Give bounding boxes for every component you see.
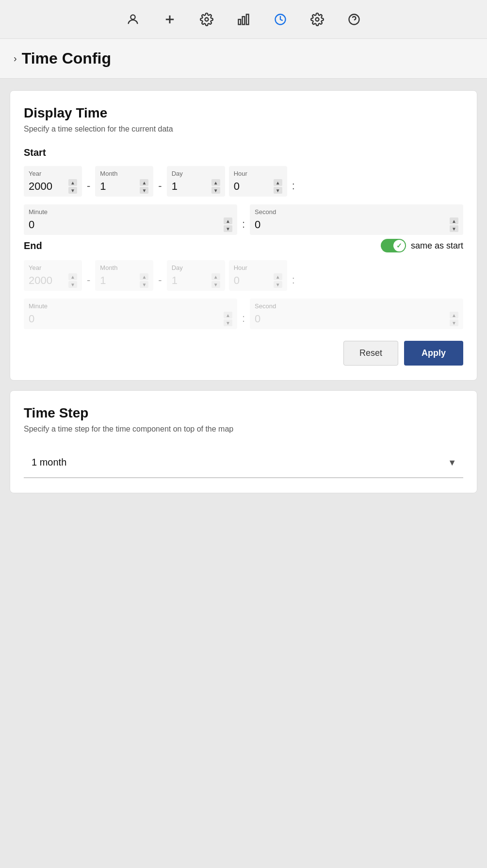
end-hour-up[interactable]: ▲ (274, 273, 282, 280)
end-year-value: 2000 (29, 274, 52, 287)
end-hour-value: 0 (234, 274, 240, 287)
end-header: End ✓ same as start (24, 239, 463, 252)
start-hour-value: 0 (234, 180, 240, 193)
apply-button[interactable]: Apply (404, 341, 463, 366)
start-day-input[interactable]: Day 1 ▲ ▼ (167, 166, 225, 197)
end-second-spinner[interactable]: ▲ ▼ (450, 312, 458, 326)
display-time-title: Display Time (24, 105, 463, 121)
toggle-track[interactable]: ✓ (381, 239, 406, 252)
clock-icon[interactable] (272, 11, 289, 28)
end-row1: Year 2000 ▲ ▼ - Month 1 ▲ ▼ (24, 260, 463, 291)
end-month-spinner[interactable]: ▲ ▼ (140, 273, 148, 288)
start-second-spinner[interactable]: ▲ ▼ (450, 217, 458, 232)
end-second-input[interactable]: Second 0 ▲ ▼ (250, 299, 463, 329)
sep6: - (157, 274, 162, 286)
display-time-card: Display Time Specify a time selection fo… (10, 90, 477, 381)
end-day-down[interactable]: ▼ (211, 281, 220, 288)
start-minute-input[interactable]: Minute 0 ▲ ▼ (24, 204, 237, 235)
end-label: End (24, 240, 42, 251)
time-step-title: Time Step (24, 405, 463, 421)
sep1: - (86, 180, 91, 192)
add-icon[interactable] (161, 11, 179, 28)
start-year-up[interactable]: ▲ (68, 179, 77, 186)
sep4: : (241, 218, 246, 231)
start-hour-up[interactable]: ▲ (274, 179, 282, 186)
breadcrumb-chevron-icon: › (14, 53, 17, 64)
bar-chart-icon[interactable] (235, 11, 252, 28)
start-day-up[interactable]: ▲ (211, 179, 220, 186)
same-as-start-toggle[interactable]: ✓ same as start (381, 239, 463, 252)
settings-icon[interactable] (308, 11, 326, 28)
start-row1: Year 2000 ▲ ▼ - Month 1 ▲ ▼ (24, 166, 463, 197)
end-month-label: Month (100, 264, 148, 271)
start-second-input[interactable]: Second 0 ▲ ▼ (250, 204, 463, 235)
end-second-up[interactable]: ▲ (450, 312, 458, 318)
end-row2: Minute 0 ▲ ▼ : Second 0 ▲ ▼ (24, 299, 463, 329)
svg-rect-4 (239, 19, 241, 25)
timestep-select[interactable]: 1 second 1 minute 1 hour 1 day 1 month 1… (24, 447, 463, 478)
sep3: : (291, 180, 296, 192)
start-month-value: 1 (100, 180, 106, 193)
svg-point-8 (316, 17, 319, 21)
help-icon[interactable] (345, 11, 363, 28)
cog-sparkle-icon[interactable] (198, 11, 215, 28)
end-year-down[interactable]: ▼ (68, 281, 77, 288)
start-year-spinner[interactable]: ▲ ▼ (68, 179, 77, 194)
end-second-down[interactable]: ▼ (450, 319, 458, 326)
end-minute-down[interactable]: ▼ (224, 319, 232, 326)
start-month-down[interactable]: ▼ (140, 187, 148, 194)
start-second-up[interactable]: ▲ (450, 217, 458, 224)
time-step-subtitle: Specify a time step for the time compone… (24, 425, 463, 434)
end-year-spinner[interactable]: ▲ ▼ (68, 273, 77, 288)
start-day-down[interactable]: ▼ (211, 187, 220, 194)
start-minute-up[interactable]: ▲ (224, 217, 232, 224)
sep5: - (86, 274, 91, 286)
end-month-up[interactable]: ▲ (140, 273, 148, 280)
start-minute-down[interactable]: ▼ (224, 225, 232, 232)
start-hour-spinner[interactable]: ▲ ▼ (274, 179, 282, 194)
start-year-input[interactable]: Year 2000 ▲ ▼ (24, 166, 82, 197)
action-buttons: Reset Apply (24, 341, 463, 366)
end-day-value: 1 (172, 274, 178, 287)
start-hour-input[interactable]: Hour 0 ▲ ▼ (229, 166, 287, 197)
end-year-up[interactable]: ▲ (68, 273, 77, 280)
end-day-spinner[interactable]: ▲ ▼ (211, 273, 220, 288)
end-minute-label: Minute (29, 302, 232, 310)
start-day-label: Day (172, 170, 220, 177)
end-hour-spinner[interactable]: ▲ ▼ (274, 273, 282, 288)
end-month-down[interactable]: ▼ (140, 281, 148, 288)
start-minute-spinner[interactable]: ▲ ▼ (224, 217, 232, 232)
toolbar (0, 0, 487, 39)
start-second-down[interactable]: ▼ (450, 225, 458, 232)
timestep-select-wrapper: 1 second 1 minute 1 hour 1 day 1 month 1… (24, 447, 463, 478)
end-minute-spinner[interactable]: ▲ ▼ (224, 312, 232, 326)
same-as-start-label: same as start (411, 241, 463, 251)
start-second-label: Second (255, 208, 458, 216)
svg-rect-5 (243, 17, 245, 24)
end-day-input[interactable]: Day 1 ▲ ▼ (167, 260, 225, 291)
start-year-down[interactable]: ▼ (68, 187, 77, 194)
start-label: Start (24, 147, 463, 158)
start-day-spinner[interactable]: ▲ ▼ (211, 179, 220, 194)
end-year-input[interactable]: Year 2000 ▲ ▼ (24, 260, 82, 291)
start-month-input[interactable]: Month 1 ▲ ▼ (95, 166, 153, 197)
end-month-value: 1 (100, 274, 106, 287)
start-second-value: 0 (255, 218, 260, 231)
end-second-value: 0 (255, 313, 260, 325)
end-minute-up[interactable]: ▲ (224, 312, 232, 318)
display-time-subtitle: Specify a time selection for the current… (24, 125, 463, 134)
person-icon[interactable] (124, 11, 142, 28)
sep8: : (241, 312, 246, 325)
end-second-label: Second (255, 302, 458, 310)
end-day-up[interactable]: ▲ (211, 273, 220, 280)
start-month-spinner[interactable]: ▲ ▼ (140, 179, 148, 194)
start-hour-down[interactable]: ▼ (274, 187, 282, 194)
end-month-input[interactable]: Month 1 ▲ ▼ (95, 260, 153, 291)
svg-rect-6 (246, 14, 249, 24)
end-minute-input[interactable]: Minute 0 ▲ ▼ (24, 299, 237, 329)
breadcrumb: › Time Config (0, 39, 487, 79)
start-month-up[interactable]: ▲ (140, 179, 148, 186)
end-hour-input[interactable]: Hour 0 ▲ ▼ (229, 260, 287, 291)
reset-button[interactable]: Reset (343, 341, 398, 366)
end-hour-down[interactable]: ▼ (274, 281, 282, 288)
